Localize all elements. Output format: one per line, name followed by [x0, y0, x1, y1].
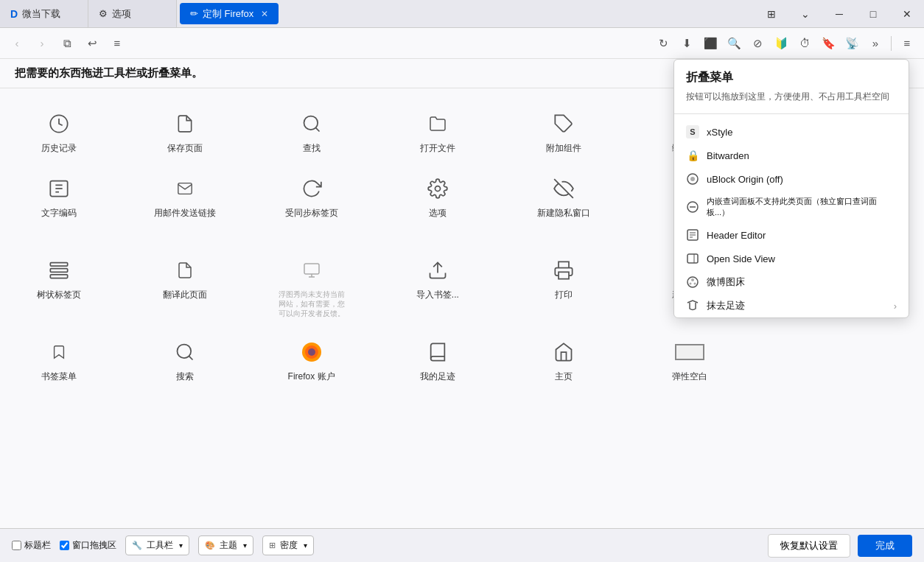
chevron-down-icon: ▾	[179, 541, 183, 549]
tab-weidang[interactable]: D 微当下载	[0, 0, 88, 27]
tab-customize[interactable]: ✏ 定制 Firefox ✕	[180, 3, 279, 24]
tool-home[interactable]: 主页	[527, 331, 601, 389]
popup-item-remove-footprint[interactable]: 抹去足迹 ›	[674, 294, 909, 317]
popup-item-label: uBlock Origin (off)	[707, 174, 897, 185]
tool-options[interactable]: 选项	[401, 168, 475, 242]
tool-my-footprint[interactable]: 我的足迹	[401, 331, 475, 389]
bookmark-button[interactable]: 🔖	[817, 32, 839, 55]
tool-sync[interactable]: 受同步标签页	[275, 168, 349, 242]
tool-save-page[interactable]: 保存页面	[148, 103, 222, 161]
tool-private[interactable]: 新建隐私窗口	[527, 168, 601, 242]
bookmark-menu-icon	[44, 337, 74, 367]
download-button[interactable]: ⬇	[676, 32, 698, 55]
popup-item-xstyle[interactable]: S xStyle	[674, 120, 909, 144]
popup-item-label: xStyle	[707, 127, 897, 138]
search-icon	[297, 109, 326, 138]
popup-divider	[674, 113, 909, 114]
tool-tree-tab[interactable]: 树状标签页	[22, 250, 96, 324]
tool-label: 树状标签页	[37, 289, 81, 301]
tab-spacer	[281, 0, 755, 27]
refresh-button[interactable]: ↻	[652, 32, 674, 55]
tool-label: 查找	[303, 143, 321, 155]
tool-find[interactable]: 查找	[275, 103, 349, 161]
maximize-button[interactable]: □	[856, 0, 890, 28]
theme-dropdown[interactable]: 🎨 主题 ▾	[198, 535, 253, 555]
density-dropdown[interactable]: ⊞ 密度 ▾	[262, 535, 314, 555]
reset-button[interactable]: 恢复默认设置	[768, 534, 850, 558]
rss-button[interactable]: 📡	[841, 32, 863, 55]
tool-floating[interactable]: 浮图秀尚未支持当前网站，如有需要，您可以向开发者反馈。	[275, 250, 349, 324]
mask-icon	[549, 174, 578, 203]
tool-label: 用邮件发送链接	[154, 208, 216, 219]
svg-rect-14	[50, 262, 67, 266]
new-tab-button[interactable]: ⊞	[755, 0, 788, 28]
tab-label: 微当下载	[22, 7, 60, 21]
tab-close-button[interactable]: ✕	[261, 9, 268, 19]
shield-button[interactable]: 🔰	[770, 32, 792, 55]
tool-label: 我的足迹	[420, 371, 455, 383]
tool-history[interactable]: 历史记录	[22, 103, 96, 161]
tool-label: 文字编码	[41, 208, 77, 219]
svg-rect-16	[50, 274, 67, 278]
popup-item-bitwarden[interactable]: 🔒 Bitwarden	[674, 144, 909, 167]
tool-import[interactable]: 导入书签...	[401, 250, 475, 324]
tool-label: 打开文件	[420, 143, 455, 155]
tool-flexible-space[interactable]: 弹性空白	[653, 331, 727, 389]
tool-email[interactable]: 用邮件发送链接	[148, 168, 222, 242]
overflow-button[interactable]: »	[864, 32, 886, 55]
tool-print[interactable]: 打印	[527, 250, 601, 324]
popup-item-ublock[interactable]: uBlock Origin (off)	[674, 167, 909, 191]
open-side-view-icon	[686, 252, 699, 265]
back-button[interactable]: ‹	[6, 32, 28, 55]
title-bar-input[interactable]	[12, 541, 21, 550]
tool-translate[interactable]: 翻译此页面	[148, 250, 222, 324]
tool-label: 打印	[555, 289, 573, 301]
popup-item-open-side-view[interactable]: Open Side View	[674, 247, 909, 270]
title-bar-checkbox[interactable]: 标题栏	[12, 539, 51, 552]
popup-menu: 折叠菜单 按钮可以拖放到这里，方便使用、不占用工具栏空间 S xStyle 🔒 …	[673, 59, 909, 318]
floating-icon	[297, 256, 326, 285]
tool-bookmarks-menu[interactable]: 书签菜单	[22, 331, 96, 389]
popup-item-weibo[interactable]: 微博图床	[674, 270, 909, 294]
adblock-button[interactable]: ⊘	[746, 32, 769, 55]
settings-icon	[423, 174, 452, 203]
weibo-icon	[686, 275, 699, 289]
drag-area-input[interactable]	[60, 541, 69, 550]
bookmarks-sidebar-button[interactable]: ⧉	[56, 32, 78, 55]
ublock-icon	[686, 172, 699, 186]
minimize-button[interactable]: ─	[822, 0, 856, 28]
tool-label: 浮图秀尚未支持当前网站，如有需要，您可以向开发者反馈。	[278, 289, 346, 318]
screenshot-button[interactable]: ⬛	[699, 32, 721, 55]
toolbar-dropdown[interactable]: 🔧 工具栏 ▾	[125, 535, 189, 555]
tool-encoding[interactable]: 文字编码	[22, 168, 96, 242]
timer-button[interactable]: ⏱	[794, 32, 816, 55]
tool-label: 受同步标签页	[285, 208, 338, 219]
tool-search[interactable]: 搜索	[148, 331, 222, 389]
tab-overflow-button[interactable]: ⌄	[788, 0, 822, 28]
tab-options[interactable]: ⚙ 选项	[88, 0, 177, 27]
popup-header: 折叠菜单 按钮可以拖放到这里，方便使用、不占用工具栏空间	[674, 60, 909, 108]
popup-item-header-editor[interactable]: Header Editor	[674, 223, 909, 247]
popup-description: 按钮可以拖放到这里，方便使用、不占用工具栏空间	[686, 90, 897, 103]
hamburger-menu[interactable]: ≡	[896, 32, 918, 55]
zoom-button[interactable]: 🔍	[723, 32, 745, 55]
svg-point-23	[178, 344, 192, 358]
done-button[interactable]: 完成	[858, 535, 912, 557]
tool-firefox-account[interactable]: Firefox 账户	[275, 331, 349, 389]
svg-point-41	[694, 283, 696, 285]
history-back-button[interactable]: ↩	[81, 32, 103, 55]
navigation-toolbar: ‹ › ⧉ ↩ ≡ ↻ ⬇ ⬛ 🔍 ⊘ 🔰 ⏱ 🔖 📡 » ≡	[0, 28, 924, 59]
close-button[interactable]: ✕	[890, 0, 924, 28]
tab-icon: D	[10, 8, 18, 20]
tool-addon[interactable]: 附加组件	[527, 103, 601, 161]
instruction-text: 把需要的东西拖进工具栏或折叠菜单。	[15, 66, 203, 79]
tab-bar: D 微当下载 ⚙ 选项 ✏ 定制 Firefox ✕ ⊞ ⌄ ─ □ ✕	[0, 0, 924, 28]
forward-button[interactable]: ›	[31, 32, 53, 55]
tool-label: 保存页面	[167, 143, 203, 155]
tool-open-file[interactable]: 打开文件	[401, 103, 475, 161]
popup-item-neiku[interactable]: 内嵌查词面板不支持此类页面（独立窗口查词面板...）	[674, 191, 909, 223]
svg-line-2	[315, 127, 319, 131]
drag-area-checkbox[interactable]: 窗口拖拽区	[60, 539, 116, 552]
pencil-icon: ✏	[190, 8, 198, 19]
menu-button-left[interactable]: ≡	[106, 32, 128, 55]
